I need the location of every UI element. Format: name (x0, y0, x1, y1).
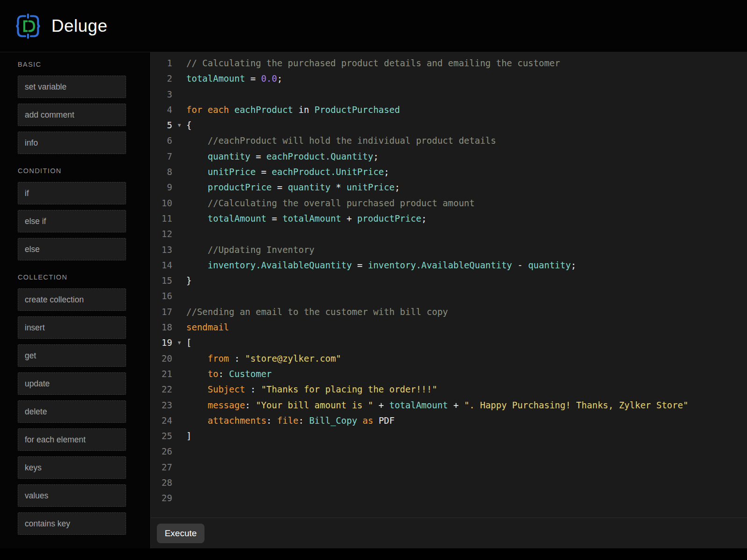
code-line: 13 //Updating Inventory (151, 242, 747, 258)
code-line: 10 //Calculating the overall purchased p… (151, 196, 747, 211)
code-text: Subject : "Thanks for placing the order!… (186, 382, 437, 397)
fold-spacer (172, 56, 186, 71)
code-line: 29 (151, 490, 747, 506)
sidebar-item-delete[interactable]: delete (18, 400, 126, 423)
code-line: 4for each eachProduct in ProductPurchase… (151, 102, 747, 118)
code-text: //eachProduct will hold the individual p… (186, 133, 496, 148)
code-line: 14 inventory.AvailableQuantity = invento… (151, 258, 747, 273)
line-number: 16 (151, 288, 172, 304)
sidebar-item-for-each-element[interactable]: for each element (18, 428, 126, 451)
fold-spacer (172, 149, 186, 164)
code-line: 16 (151, 288, 747, 304)
line-number: 1 (151, 56, 172, 71)
code-line: 23 message: "Your bill amount is " + tot… (151, 398, 747, 413)
sidebar-item-keys[interactable]: keys (18, 456, 126, 479)
sidebar-item-insert[interactable]: insert (18, 316, 126, 339)
fold-arrow-icon[interactable]: ▼ (172, 335, 186, 350)
line-number: 28 (151, 475, 172, 490)
code-line: 19▼[ (151, 335, 747, 350)
main-content: BASICset variableadd commentinfoCONDITIO… (0, 52, 747, 548)
fold-spacer (172, 133, 186, 148)
sidebar-item-contains-key[interactable]: contains key (18, 512, 126, 535)
code-line: 9 productPrice = quantity * unitPrice; (151, 180, 747, 195)
line-number: 24 (151, 413, 172, 428)
fold-spacer (172, 320, 186, 335)
sidebar-item-info[interactable]: info (18, 132, 126, 154)
code-text: { (186, 118, 191, 133)
fold-spacer (172, 242, 186, 258)
code-text: } (186, 273, 191, 288)
line-number: 3 (151, 87, 172, 102)
sidebar-item-else-if[interactable]: else if (18, 210, 126, 232)
fold-spacer (172, 428, 186, 444)
sidebar-item-if[interactable]: if (18, 182, 126, 204)
sidebar-section-label-collection: COLLECTION (18, 273, 150, 281)
line-number: 6 (151, 133, 172, 148)
code-text: from : "store@zylker.com" (186, 351, 341, 366)
fold-spacer (172, 164, 186, 180)
line-number: 27 (151, 460, 172, 475)
line-number: 19 (151, 335, 172, 350)
sidebar-item-update[interactable]: update (18, 372, 126, 395)
line-number: 7 (151, 149, 172, 164)
sidebar-item-values[interactable]: values (18, 484, 126, 507)
code-text: inventory.AvailableQuantity = inventory.… (186, 258, 576, 273)
line-number: 29 (151, 490, 172, 506)
code-line: 20 from : "store@zylker.com" (151, 351, 747, 366)
code-text: //Calculating the overall purchased prod… (186, 196, 475, 211)
code-line: 12 (151, 226, 747, 242)
fold-spacer (172, 304, 186, 320)
line-number: 26 (151, 444, 172, 459)
app-header: Deluge (0, 0, 747, 52)
line-number: 10 (151, 196, 172, 211)
code-text: totalAmount = 0.0; (186, 71, 282, 86)
code-line: 25] (151, 428, 747, 444)
brand-title: Deluge (51, 16, 107, 36)
fold-spacer (172, 273, 186, 288)
line-number: 5 (151, 118, 172, 133)
code-editor[interactable]: 1// Calculating the purchased product de… (151, 52, 747, 518)
code-line: 27 (151, 460, 747, 475)
code-text: quantity = eachProduct.Quantity; (186, 149, 379, 164)
fold-spacer (172, 413, 186, 428)
line-number: 15 (151, 273, 172, 288)
code-text: // Calculating the purchased product det… (186, 56, 560, 71)
code-text: unitPrice = eachProduct.UnitPrice; (186, 164, 389, 180)
line-number: 20 (151, 351, 172, 366)
line-number: 14 (151, 258, 172, 273)
fold-spacer (172, 71, 186, 86)
code-text: //Sending an email to the customer with … (186, 304, 448, 320)
sidebar-item-add-comment[interactable]: add comment (18, 104, 126, 126)
code-line: 24 attachments: file: Bill_Copy as PDF (151, 413, 747, 428)
code-text: [ (186, 335, 191, 350)
line-number: 13 (151, 242, 172, 258)
fold-spacer (172, 382, 186, 397)
code-line: 1// Calculating the purchased product de… (151, 56, 747, 71)
fold-spacer (172, 87, 186, 102)
line-number: 2 (151, 71, 172, 86)
code-line: 3 (151, 87, 747, 102)
code-line: 26 (151, 444, 747, 459)
fold-arrow-icon[interactable]: ▼ (172, 118, 186, 133)
sidebar-item-create-collection[interactable]: create collection (18, 288, 126, 311)
code-text: //Updating Inventory (186, 242, 315, 258)
editor-footer: Execute (151, 518, 747, 548)
code-line: 8 unitPrice = eachProduct.UnitPrice; (151, 164, 747, 180)
fold-spacer (172, 226, 186, 242)
line-number: 22 (151, 382, 172, 397)
fold-spacer (172, 288, 186, 304)
code-text: to: Customer (186, 366, 272, 382)
code-line: 28 (151, 475, 747, 490)
code-text: ] (186, 428, 191, 444)
sidebar-item-get[interactable]: get (18, 344, 126, 367)
fold-spacer (172, 490, 186, 506)
sidebar-item-else[interactable]: else (18, 238, 126, 260)
line-number: 23 (151, 398, 172, 413)
execute-button[interactable]: Execute (157, 524, 204, 543)
sidebar-item-set-variable[interactable]: set variable (18, 76, 126, 98)
sidebar-section-label-basic: BASIC (18, 61, 150, 68)
code-text: totalAmount = totalAmount + productPrice… (186, 211, 427, 226)
line-number: 18 (151, 320, 172, 335)
line-number: 12 (151, 226, 172, 242)
code-line: 17//Sending an email to the customer wit… (151, 304, 747, 320)
